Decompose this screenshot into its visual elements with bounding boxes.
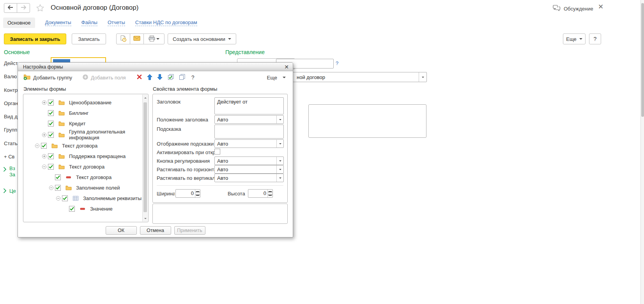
back-button[interactable] bbox=[4, 3, 17, 13]
minus-expander-icon[interactable] bbox=[56, 196, 62, 201]
title-input[interactable]: Действует от bbox=[214, 97, 284, 114]
scroll-down-icon[interactable] bbox=[143, 216, 148, 221]
tree-item-2[interactable]: Кредит bbox=[23, 118, 143, 129]
tree-item-checkbox[interactable] bbox=[48, 153, 54, 159]
title-position-label: Положение заголовка bbox=[157, 117, 215, 123]
width-stepper[interactable]: 0 bbox=[175, 189, 200, 198]
tree-item-6[interactable]: Текст договора bbox=[23, 162, 143, 172]
section-link-settlements[interactable]: Вз За bbox=[3, 165, 15, 178]
dialog-more-button[interactable]: Еще bbox=[267, 75, 286, 81]
dialog-help-button[interactable]: ? bbox=[191, 74, 195, 81]
section-main-label: Основные bbox=[4, 49, 30, 55]
print-dropdown-caret-icon bbox=[156, 38, 159, 41]
check-all-button[interactable] bbox=[168, 74, 174, 81]
title-position-combo[interactable]: Авто bbox=[214, 115, 284, 124]
minus-expander-icon[interactable] bbox=[42, 164, 48, 169]
section-link-pricing[interactable]: Це bbox=[3, 188, 16, 195]
height-step-up[interactable] bbox=[268, 190, 272, 193]
tab-files[interactable]: Файлы bbox=[81, 19, 97, 26]
tree-item-3[interactable]: Группа дополнительная информация bbox=[23, 129, 143, 141]
field-help-link[interactable]: ? bbox=[336, 60, 338, 66]
print-button[interactable] bbox=[143, 33, 165, 44]
section-link-line: Вз bbox=[9, 165, 15, 172]
email-button[interactable] bbox=[130, 33, 144, 44]
ok-button[interactable]: ОК bbox=[106, 226, 137, 235]
representation-combo-dropdown[interactable] bbox=[419, 72, 426, 82]
apply-button[interactable]: Применить bbox=[174, 226, 205, 235]
create-based-on-button[interactable]: Создать на основании bbox=[168, 33, 236, 44]
save-and-close-button[interactable]: Записать и закрыть bbox=[4, 33, 66, 44]
dialog-close-icon[interactable]: ✕ bbox=[284, 64, 289, 70]
page-scrollbar-thumb[interactable] bbox=[641, 3, 644, 117]
tree-item-checkbox[interactable] bbox=[55, 174, 61, 180]
tree-item-checkbox[interactable] bbox=[48, 100, 54, 105]
height-step-down[interactable] bbox=[268, 193, 272, 198]
tree-item-checkbox[interactable] bbox=[48, 164, 54, 170]
move-up-button[interactable] bbox=[147, 74, 152, 81]
width-step-up[interactable] bbox=[195, 190, 200, 193]
attachment-button[interactable] bbox=[116, 33, 130, 44]
field-label: Орган bbox=[4, 100, 19, 114]
uncheck-all-button[interactable] bbox=[179, 74, 186, 81]
move-down-button[interactable] bbox=[157, 74, 163, 81]
tree-item-5[interactable]: Поддержка прекращена bbox=[23, 151, 143, 162]
adjust-button-dropdown[interactable] bbox=[276, 157, 283, 165]
plus-expander-icon[interactable] bbox=[42, 100, 48, 105]
favorite-star-icon[interactable] bbox=[36, 4, 44, 13]
tree-item-checkbox[interactable] bbox=[62, 195, 68, 201]
stretch-h-dropdown[interactable] bbox=[276, 165, 283, 173]
activate-on-open-checkbox[interactable] bbox=[214, 149, 220, 155]
forward-button[interactable] bbox=[17, 3, 30, 13]
add-fields-button[interactable]: Добавить поля bbox=[82, 74, 126, 81]
discussion-link[interactable]: Обсуждение bbox=[553, 5, 593, 12]
plus-expander-icon[interactable] bbox=[42, 132, 48, 137]
minus-expander-icon[interactable] bbox=[49, 185, 55, 190]
tree-scrollbar-thumb[interactable] bbox=[143, 102, 147, 212]
title-position-dropdown[interactable] bbox=[276, 116, 283, 123]
tree-scrollbar[interactable] bbox=[142, 95, 148, 221]
tab-documents[interactable]: Документы bbox=[45, 19, 71, 26]
adjust-button-combo[interactable]: Авто bbox=[214, 156, 284, 165]
more-button[interactable]: Еще bbox=[563, 33, 586, 44]
tree-item-10[interactable]: Значение bbox=[23, 204, 143, 214]
tree-item-4[interactable]: Текст договора bbox=[23, 141, 143, 151]
tree-item-8[interactable]: Заполнение полей bbox=[23, 183, 143, 193]
plus-expander-icon[interactable] bbox=[42, 154, 48, 159]
cancel-button[interactable]: Отмена bbox=[140, 226, 171, 235]
tree-item-0[interactable]: Ценообразование bbox=[23, 97, 143, 108]
stretch-h-combo[interactable]: Авто bbox=[214, 165, 284, 174]
save-button[interactable]: Записать bbox=[72, 33, 106, 44]
tooltip-input[interactable] bbox=[214, 125, 284, 139]
height-stepper[interactable]: 0 bbox=[248, 189, 273, 198]
section-representation-label: Представление bbox=[225, 49, 265, 55]
tree-item-checkbox[interactable] bbox=[48, 121, 54, 127]
tree-item-checkbox[interactable] bbox=[48, 132, 54, 138]
width-step-down[interactable] bbox=[195, 193, 200, 198]
tooltip-display-dropdown[interactable] bbox=[276, 140, 283, 148]
tree-item-checkbox[interactable] bbox=[48, 110, 54, 116]
tab-main[interactable]: Основное bbox=[3, 18, 35, 28]
representation-combo[interactable]: ной договор bbox=[276, 72, 427, 82]
tree-item-9[interactable]: Заполняемые реквизиты bbox=[23, 193, 143, 204]
tab-reports[interactable]: Отчеты bbox=[108, 19, 125, 26]
tooltip-display-combo[interactable]: Авто bbox=[214, 139, 284, 148]
page-scrollbar[interactable] bbox=[640, 0, 644, 304]
window-close-icon[interactable]: ✕ bbox=[598, 3, 603, 11]
check-pages-icon bbox=[168, 74, 174, 81]
help-button[interactable]: ? bbox=[589, 33, 601, 44]
minus-expander-icon[interactable] bbox=[35, 143, 41, 148]
tree-item-1[interactable]: Биллинг bbox=[23, 108, 143, 118]
tree-item-7[interactable]: Текст договора bbox=[23, 172, 143, 183]
tree-item-checkbox[interactable] bbox=[69, 206, 75, 212]
tree-item-checkbox[interactable] bbox=[55, 185, 61, 191]
tree-item-checkbox[interactable] bbox=[41, 143, 47, 149]
add-group-button[interactable]: Добавить группу bbox=[23, 74, 72, 81]
comment-textarea[interactable] bbox=[308, 104, 426, 138]
printer-icon bbox=[149, 35, 155, 43]
stretch-v-combo[interactable]: Авто bbox=[214, 174, 284, 182]
delete-button[interactable] bbox=[137, 74, 142, 81]
folder-icon bbox=[58, 154, 65, 159]
tab-vat-rates[interactable]: Ставки НДС по договорам bbox=[135, 19, 197, 26]
stretch-v-dropdown[interactable] bbox=[276, 174, 283, 182]
scroll-up-icon[interactable] bbox=[143, 95, 148, 100]
